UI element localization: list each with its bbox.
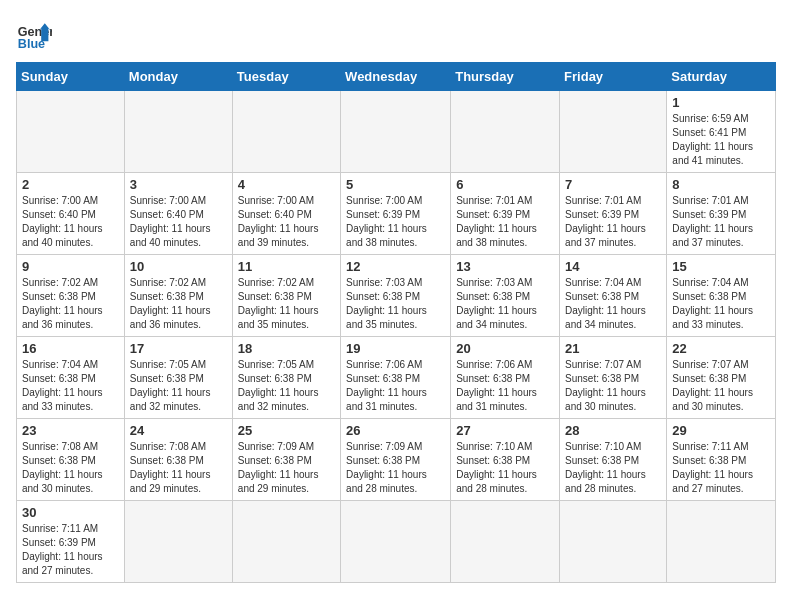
calendar-cell: 9Sunrise: 7:02 AM Sunset: 6:38 PM Daylig… <box>17 255 125 337</box>
week-row-2: 9Sunrise: 7:02 AM Sunset: 6:38 PM Daylig… <box>17 255 776 337</box>
calendar-body: 1Sunrise: 6:59 AM Sunset: 6:41 PM Daylig… <box>17 91 776 583</box>
day-number: 3 <box>130 177 227 192</box>
calendar-cell: 28Sunrise: 7:10 AM Sunset: 6:38 PM Dayli… <box>560 419 667 501</box>
calendar-cell <box>341 91 451 173</box>
calendar-cell <box>451 501 560 583</box>
calendar-cell: 6Sunrise: 7:01 AM Sunset: 6:39 PM Daylig… <box>451 173 560 255</box>
day-number: 15 <box>672 259 770 274</box>
day-number: 29 <box>672 423 770 438</box>
calendar-cell <box>17 91 125 173</box>
calendar-cell: 16Sunrise: 7:04 AM Sunset: 6:38 PM Dayli… <box>17 337 125 419</box>
day-number: 25 <box>238 423 335 438</box>
logo-icon: General Blue <box>16 16 52 52</box>
day-info: Sunrise: 7:02 AM Sunset: 6:38 PM Dayligh… <box>22 276 119 332</box>
day-number: 13 <box>456 259 554 274</box>
day-info: Sunrise: 7:03 AM Sunset: 6:38 PM Dayligh… <box>346 276 445 332</box>
weekday-header-friday: Friday <box>560 63 667 91</box>
day-number: 28 <box>565 423 661 438</box>
day-info: Sunrise: 7:10 AM Sunset: 6:38 PM Dayligh… <box>565 440 661 496</box>
calendar-cell: 25Sunrise: 7:09 AM Sunset: 6:38 PM Dayli… <box>232 419 340 501</box>
day-info: Sunrise: 7:01 AM Sunset: 6:39 PM Dayligh… <box>456 194 554 250</box>
day-number: 24 <box>130 423 227 438</box>
calendar-cell: 13Sunrise: 7:03 AM Sunset: 6:38 PM Dayli… <box>451 255 560 337</box>
calendar-cell: 11Sunrise: 7:02 AM Sunset: 6:38 PM Dayli… <box>232 255 340 337</box>
day-number: 7 <box>565 177 661 192</box>
calendar-cell: 23Sunrise: 7:08 AM Sunset: 6:38 PM Dayli… <box>17 419 125 501</box>
logo: General Blue <box>16 16 52 52</box>
header: General Blue <box>16 16 776 52</box>
day-info: Sunrise: 7:11 AM Sunset: 6:39 PM Dayligh… <box>22 522 119 578</box>
day-number: 18 <box>238 341 335 356</box>
calendar-cell: 20Sunrise: 7:06 AM Sunset: 6:38 PM Dayli… <box>451 337 560 419</box>
day-info: Sunrise: 7:07 AM Sunset: 6:38 PM Dayligh… <box>565 358 661 414</box>
calendar-cell: 22Sunrise: 7:07 AM Sunset: 6:38 PM Dayli… <box>667 337 776 419</box>
day-number: 14 <box>565 259 661 274</box>
day-info: Sunrise: 7:00 AM Sunset: 6:39 PM Dayligh… <box>346 194 445 250</box>
calendar-cell: 27Sunrise: 7:10 AM Sunset: 6:38 PM Dayli… <box>451 419 560 501</box>
calendar-cell <box>341 501 451 583</box>
calendar-cell: 5Sunrise: 7:00 AM Sunset: 6:39 PM Daylig… <box>341 173 451 255</box>
calendar-cell: 2Sunrise: 7:00 AM Sunset: 6:40 PM Daylig… <box>17 173 125 255</box>
calendar-cell <box>451 91 560 173</box>
day-info: Sunrise: 7:01 AM Sunset: 6:39 PM Dayligh… <box>672 194 770 250</box>
calendar-cell: 12Sunrise: 7:03 AM Sunset: 6:38 PM Dayli… <box>341 255 451 337</box>
day-info: Sunrise: 7:01 AM Sunset: 6:39 PM Dayligh… <box>565 194 661 250</box>
weekday-header-saturday: Saturday <box>667 63 776 91</box>
calendar-cell <box>560 91 667 173</box>
calendar-cell <box>232 91 340 173</box>
day-info: Sunrise: 7:02 AM Sunset: 6:38 PM Dayligh… <box>238 276 335 332</box>
day-number: 11 <box>238 259 335 274</box>
day-number: 10 <box>130 259 227 274</box>
day-info: Sunrise: 7:11 AM Sunset: 6:38 PM Dayligh… <box>672 440 770 496</box>
weekday-header-thursday: Thursday <box>451 63 560 91</box>
week-row-0: 1Sunrise: 6:59 AM Sunset: 6:41 PM Daylig… <box>17 91 776 173</box>
calendar-cell: 8Sunrise: 7:01 AM Sunset: 6:39 PM Daylig… <box>667 173 776 255</box>
day-number: 20 <box>456 341 554 356</box>
day-info: Sunrise: 7:09 AM Sunset: 6:38 PM Dayligh… <box>238 440 335 496</box>
weekday-header-tuesday: Tuesday <box>232 63 340 91</box>
day-number: 4 <box>238 177 335 192</box>
weekday-header-row: SundayMondayTuesdayWednesdayThursdayFrid… <box>17 63 776 91</box>
calendar-cell: 4Sunrise: 7:00 AM Sunset: 6:40 PM Daylig… <box>232 173 340 255</box>
day-info: Sunrise: 7:10 AM Sunset: 6:38 PM Dayligh… <box>456 440 554 496</box>
calendar-cell <box>232 501 340 583</box>
week-row-1: 2Sunrise: 7:00 AM Sunset: 6:40 PM Daylig… <box>17 173 776 255</box>
day-number: 21 <box>565 341 661 356</box>
calendar-cell: 30Sunrise: 7:11 AM Sunset: 6:39 PM Dayli… <box>17 501 125 583</box>
day-number: 5 <box>346 177 445 192</box>
week-row-3: 16Sunrise: 7:04 AM Sunset: 6:38 PM Dayli… <box>17 337 776 419</box>
day-number: 8 <box>672 177 770 192</box>
calendar-cell <box>667 501 776 583</box>
calendar-cell <box>124 91 232 173</box>
calendar-cell: 7Sunrise: 7:01 AM Sunset: 6:39 PM Daylig… <box>560 173 667 255</box>
day-number: 22 <box>672 341 770 356</box>
day-number: 9 <box>22 259 119 274</box>
calendar-cell: 17Sunrise: 7:05 AM Sunset: 6:38 PM Dayli… <box>124 337 232 419</box>
day-info: Sunrise: 7:05 AM Sunset: 6:38 PM Dayligh… <box>130 358 227 414</box>
calendar-cell: 18Sunrise: 7:05 AM Sunset: 6:38 PM Dayli… <box>232 337 340 419</box>
day-info: Sunrise: 7:06 AM Sunset: 6:38 PM Dayligh… <box>456 358 554 414</box>
day-number: 27 <box>456 423 554 438</box>
calendar-cell: 21Sunrise: 7:07 AM Sunset: 6:38 PM Dayli… <box>560 337 667 419</box>
day-number: 19 <box>346 341 445 356</box>
day-number: 2 <box>22 177 119 192</box>
week-row-5: 30Sunrise: 7:11 AM Sunset: 6:39 PM Dayli… <box>17 501 776 583</box>
calendar-cell: 15Sunrise: 7:04 AM Sunset: 6:38 PM Dayli… <box>667 255 776 337</box>
calendar-cell: 29Sunrise: 7:11 AM Sunset: 6:38 PM Dayli… <box>667 419 776 501</box>
calendar-cell: 10Sunrise: 7:02 AM Sunset: 6:38 PM Dayli… <box>124 255 232 337</box>
svg-text:Blue: Blue <box>18 37 45 51</box>
day-number: 6 <box>456 177 554 192</box>
calendar-cell <box>124 501 232 583</box>
day-number: 1 <box>672 95 770 110</box>
calendar-table: SundayMondayTuesdayWednesdayThursdayFrid… <box>16 62 776 583</box>
weekday-header-monday: Monday <box>124 63 232 91</box>
calendar-cell: 14Sunrise: 7:04 AM Sunset: 6:38 PM Dayli… <box>560 255 667 337</box>
day-info: Sunrise: 7:00 AM Sunset: 6:40 PM Dayligh… <box>22 194 119 250</box>
day-info: Sunrise: 7:07 AM Sunset: 6:38 PM Dayligh… <box>672 358 770 414</box>
day-number: 17 <box>130 341 227 356</box>
day-number: 26 <box>346 423 445 438</box>
day-info: Sunrise: 6:59 AM Sunset: 6:41 PM Dayligh… <box>672 112 770 168</box>
day-info: Sunrise: 7:00 AM Sunset: 6:40 PM Dayligh… <box>238 194 335 250</box>
day-number: 16 <box>22 341 119 356</box>
calendar-cell: 19Sunrise: 7:06 AM Sunset: 6:38 PM Dayli… <box>341 337 451 419</box>
